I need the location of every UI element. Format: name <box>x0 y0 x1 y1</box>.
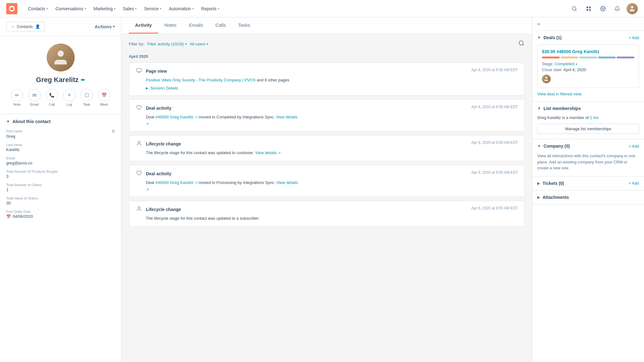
activity-search-button[interactable] <box>518 40 525 48</box>
field-label: Last name <box>6 143 115 147</box>
list-membership-text: Greg Karelitz is a member of 1 list. <box>537 115 639 120</box>
field-lastname: Last name Karelitz <box>6 143 115 152</box>
collapse-icon: ▼ <box>6 119 10 124</box>
nav-item-reports[interactable]: Reports ▾ <box>198 4 222 14</box>
tab-activity[interactable]: Activity <box>129 17 158 34</box>
deals-section: ▼ Deals (1) + Add $30.00 #46500 Greg Kar… <box>532 31 644 102</box>
add-deal-button[interactable]: + Add <box>628 35 639 40</box>
view-details-link[interactable]: View details <box>276 115 297 119</box>
session-details-toggle[interactable]: ▶ Session Details <box>146 86 518 90</box>
nav-item-service[interactable]: Service ▾ <box>141 4 165 14</box>
card-body: The lifecycle stage for this contact was… <box>135 215 518 222</box>
external-link-icon[interactable]: ↗ <box>146 122 149 126</box>
tickets-section-header[interactable]: ▶ Tickets (0) + Add <box>532 176 644 190</box>
company-section: ▼ Company (0) + Add View all interaction… <box>532 139 644 176</box>
deals-section-header[interactable]: ▼ Deals (1) + Add <box>532 31 644 44</box>
edit-field-icon[interactable]: ⊞ <box>112 129 115 133</box>
card-title: Deal activity <box>146 106 171 111</box>
svg-rect-3 <box>589 7 591 8</box>
attachments-section-header[interactable]: ▶ Attachments <box>532 190 644 204</box>
nav-item-conversations[interactable]: Conversations ▾ <box>52 4 89 14</box>
nav-item-contacts[interactable]: Contacts ▾ <box>25 4 51 14</box>
svg-rect-2 <box>586 7 588 8</box>
marketplace-icon[interactable] <box>584 4 594 14</box>
card-time: Apr 6, 2020 at 9:55 AM EDT <box>471 170 518 175</box>
nav-item-sales[interactable]: Sales ▾ <box>120 4 140 14</box>
card-time: Apr 6, 2020 at 9:55 AM EDT <box>471 140 518 145</box>
external-link-icon[interactable]: ↗ <box>146 187 149 192</box>
log-button[interactable]: + Log <box>63 89 76 106</box>
avatar <box>47 44 75 71</box>
activity-card-lifecycle1: Lifecycle change Apr 6, 2020 at 9:55 AM … <box>129 135 525 161</box>
list-count-link[interactable]: 1 list. <box>590 115 599 120</box>
edit-name-icon[interactable]: ✏ <box>81 77 85 83</box>
add-ticket-button[interactable]: + Add <box>628 181 639 186</box>
page-view-link[interactable]: Positive Vibes Only Society - The Positi… <box>146 78 256 82</box>
field-value: Karelitz <box>6 147 115 152</box>
manage-list-memberships-button[interactable]: Manage list memberships <box>537 124 639 134</box>
company-section-header[interactable]: ▼ Company (0) + Add <box>532 139 644 153</box>
tab-calls[interactable]: Calls <box>209 17 232 34</box>
actions-button[interactable]: Actions ▾ <box>95 24 115 29</box>
about-section-header[interactable]: ▼ About this contact <box>6 119 115 124</box>
svg-line-1 <box>575 10 576 11</box>
back-button[interactable]: ← Contacts 👤 <box>6 22 45 31</box>
field-value: 📅 04/06/2020 <box>6 214 115 219</box>
tickets-section: ▶ Tickets (0) + Add <box>532 176 644 190</box>
add-company-button[interactable]: + Add <box>628 144 639 149</box>
meet-button[interactable]: 📅 Meet <box>98 89 110 106</box>
back-arrow-icon: ← <box>11 24 15 29</box>
card-body: Deal #46500 Greg Karelitz ↗ moved to Com… <box>135 114 518 126</box>
field-label: Total Value of Orders <box>6 196 115 200</box>
company-title: Company (0) <box>544 144 570 149</box>
all-users-button[interactable]: All users ▾ <box>190 42 208 46</box>
right-sidebar: » ▼ Deals (1) + Add $30.00 #46500 Greg K… <box>532 17 644 362</box>
chevron-down-icon: ▾ <box>46 7 48 10</box>
activity-card-deal1: Deal activity Apr 6, 2020 at 9:56 AM EDT… <box>129 99 525 132</box>
nav-item-automation[interactable]: Automation ▾ <box>166 4 197 14</box>
field-value: 1 <box>6 187 115 192</box>
view-details-link[interactable]: View details <box>255 150 277 155</box>
user-avatar[interactable] <box>627 3 638 14</box>
hubspot-logo[interactable] <box>6 3 17 14</box>
email-button[interactable]: ✉ Email <box>28 89 41 106</box>
notifications-icon[interactable] <box>612 4 622 14</box>
sidebar-header: ← Contacts 👤 Actions ▾ <box>0 17 121 36</box>
collapse-sidebar-button[interactable]: » <box>537 21 540 27</box>
filter-activity-button[interactable]: Filter activity (10/19) ▾ <box>147 42 187 46</box>
tickets-chevron-icon: ▶ <box>537 181 540 186</box>
stage-tag[interactable]: Completed <box>555 62 574 66</box>
tab-tasks[interactable]: Tasks <box>232 17 256 34</box>
svg-point-8 <box>58 51 64 57</box>
deals-section-body: $30.00 #46500 Greg Karelitz Stage: Compl… <box>532 44 644 101</box>
card-time: Apr 6, 2020 at 9:56 AM EDT <box>471 68 518 72</box>
deal-link[interactable]: #46500 Greg Karelitz <box>155 180 194 185</box>
person-icon: 👤 <box>35 24 40 29</box>
settings-icon[interactable] <box>598 4 608 14</box>
list-section-header[interactable]: ▼ List memberships <box>532 102 644 115</box>
company-section-body: View all interactions with this contact'… <box>532 153 644 176</box>
task-button[interactable]: ☐ Task <box>81 89 93 106</box>
left-sidebar: ← Contacts 👤 Actions ▾ Greg Karelitz ✏ ✏ <box>0 17 121 362</box>
nav-item-marketing[interactable]: Marketing ▾ <box>91 4 119 14</box>
card-title: Deal activity <box>146 171 171 176</box>
chevron-down-icon: ▾ <box>85 7 86 10</box>
field-label: Total Number of Orders <box>6 183 115 187</box>
tab-notes[interactable]: Notes <box>158 17 183 34</box>
deals-chevron-icon: ▼ <box>537 35 541 40</box>
company-description: View all interactions with this contact'… <box>537 153 639 171</box>
filter-bar: Filter by: Filter activity (10/19) ▾ All… <box>129 40 525 48</box>
tab-emails[interactable]: Emails <box>183 17 209 34</box>
card-title: Page view <box>146 69 167 74</box>
deals-title: Deals (1) <box>544 35 562 40</box>
note-button[interactable]: ✏ Note <box>11 89 23 106</box>
chevron-down-icon: ▾ <box>185 42 187 46</box>
deal-link[interactable]: #46500 Greg Karelitz <box>155 115 194 119</box>
call-button[interactable]: 📞 Call <box>46 89 58 106</box>
view-deal-link[interactable]: View deal in filtered view <box>537 92 639 96</box>
contact-name: Greg Karelitz ✏ <box>6 76 115 84</box>
search-icon[interactable] <box>569 4 579 14</box>
attachments-section: ▶ Attachments <box>532 190 644 204</box>
view-details-link[interactable]: View details <box>276 180 298 185</box>
deal-amount[interactable]: $30.00 #46500 Greg Karelitz <box>542 49 634 54</box>
